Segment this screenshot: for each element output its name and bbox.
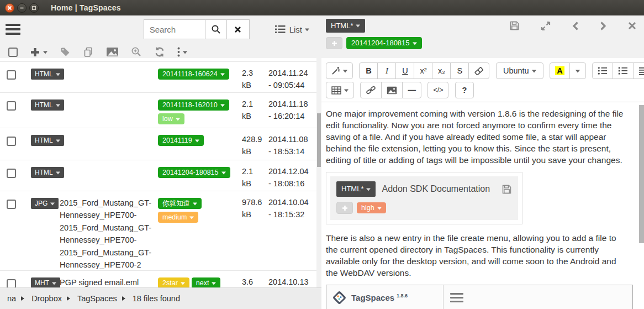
zoom-in-icon: [131, 46, 142, 57]
code-view-button[interactable]: </>: [427, 82, 448, 98]
close-file-button[interactable]: [628, 22, 636, 30]
row-checkbox[interactable]: [7, 166, 31, 191]
file-ext-badge[interactable]: HTML: [31, 135, 64, 146]
superscript-button[interactable]: x²: [414, 62, 432, 79]
refresh-button[interactable]: [154, 46, 165, 57]
row-checkbox[interactable]: [7, 67, 31, 92]
file-ext-badge[interactable]: MHT: [31, 277, 60, 287]
clear-search-button[interactable]: [226, 19, 250, 39]
chevron-down-icon: [212, 282, 216, 287]
search-button[interactable]: [205, 19, 227, 39]
previous-file-button[interactable]: [572, 21, 579, 31]
file-ext-badge[interactable]: HTML: [31, 167, 64, 178]
file-tag[interactable]: 2star: [158, 277, 189, 287]
breadcrumb-separator-icon: [21, 296, 27, 301]
window-minimize-button[interactable]: [17, 3, 27, 13]
italic-button[interactable]: I: [377, 62, 396, 79]
clear-formatting-button[interactable]: [468, 62, 489, 79]
search-input[interactable]: [144, 19, 205, 39]
add-tag-button[interactable]: [326, 37, 342, 49]
editor-scrollbar-thumb[interactable]: [639, 105, 644, 243]
breadcrumb-item[interactable]: na: [7, 294, 16, 303]
row-checkbox[interactable]: [7, 98, 31, 128]
insert-link-button[interactable]: [360, 82, 382, 98]
file-tag[interactable]: 20141118-162010: [158, 99, 229, 111]
horizontal-rule-button[interactable]: —: [402, 82, 421, 98]
breadcrumb-item[interactable]: Dropbox: [31, 294, 62, 303]
file-ext-badge[interactable]: HTML: [31, 99, 64, 111]
editor-content[interactable]: One major improvement coming with versio…: [321, 102, 644, 309]
chevron-down-icon: [343, 70, 347, 75]
font-family-dropdown[interactable]: Ubuntu: [496, 62, 543, 79]
file-tag[interactable]: next: [192, 277, 221, 287]
file-tag[interactable]: low: [158, 113, 184, 124]
view-mode-dropdown[interactable]: List: [275, 25, 309, 34]
file-tag[interactable]: 20141204-180815: [346, 37, 422, 49]
table-dropdown[interactable]: [326, 82, 354, 98]
file-row[interactable]: JPG 2015_Ford_Mustang_GT-Hennessey_HPE70…: [0, 191, 321, 270]
bullet-list-icon: [598, 66, 608, 75]
window-close-button[interactable]: [5, 3, 14, 13]
menu-hamburger-icon: [450, 293, 632, 303]
scrollbar-thumb[interactable]: [317, 113, 321, 167]
chevron-down-icon: [356, 25, 360, 30]
file-tag[interactable]: 20141119: [158, 135, 204, 146]
chevron-down-icon: [193, 202, 197, 207]
menu-hamburger-icon[interactable]: [6, 17, 20, 41]
file-title: PGP signed email.eml: [60, 276, 158, 287]
font-color-button[interactable]: A: [550, 62, 569, 79]
add-file-button[interactable]: [30, 47, 47, 57]
file-ext-badge[interactable]: HTML: [31, 69, 64, 80]
refresh-icon: [154, 46, 165, 57]
select-all-checkbox[interactable]: [8, 48, 18, 57]
open-file-ext-badge[interactable]: HTML*: [326, 19, 365, 33]
zoom-button[interactable]: [131, 46, 142, 57]
strikethrough-button[interactable]: S: [450, 62, 469, 79]
file-tag[interactable]: 20141204-180815: [158, 167, 230, 178]
file-ext-badge[interactable]: JPG: [31, 198, 59, 209]
list-view-icon: [275, 25, 286, 34]
chevron-down-icon: [413, 42, 417, 47]
row-checkbox[interactable]: [7, 276, 31, 287]
file-row[interactable]: MHT PGP signed email.eml 2star next 3.6k…: [0, 270, 321, 287]
breadcrumb: na Dropbox TagSpaces 18 files found: [0, 287, 321, 309]
ordered-list-button[interactable]: [613, 62, 634, 79]
row-checkbox[interactable]: [7, 197, 31, 270]
file-tag[interactable]: 你就知道: [158, 198, 202, 209]
file-row[interactable]: HTML 20141119 428.9kB 2014.11.08- 18:53:…: [0, 128, 321, 160]
file-size: 2.1kB: [242, 98, 268, 128]
file-tag[interactable]: 20141118-160624: [158, 69, 229, 80]
thumbnails-button[interactable]: [106, 47, 119, 57]
file-date: 2014.10.04- 18:15:32: [268, 197, 318, 270]
paragraph-align-dropdown[interactable]: [633, 62, 644, 79]
file-title: [60, 67, 158, 92]
help-button[interactable]: ?: [455, 82, 474, 98]
next-file-button[interactable]: [600, 21, 607, 31]
window-maximize-button[interactable]: [29, 3, 39, 13]
copy-button[interactable]: [83, 46, 94, 57]
eraser-icon: [474, 67, 484, 75]
style-magic-button[interactable]: [326, 62, 353, 79]
more-options-button[interactable]: [177, 47, 187, 57]
file-editor-panel: HTML*: [321, 15, 644, 309]
breadcrumb-item[interactable]: TagSpaces: [77, 294, 117, 303]
file-row[interactable]: HTML 20141118-160624 2.3kB 2014.11.24- 0…: [0, 61, 321, 92]
file-list-scrollbar[interactable]: [316, 58, 321, 287]
unordered-list-button[interactable]: [592, 62, 613, 79]
font-color-dropdown[interactable]: [569, 62, 586, 79]
document-paragraph: There is also a new entry in the file cr…: [326, 232, 630, 279]
bold-button[interactable]: B: [359, 62, 378, 79]
save-button[interactable]: [509, 20, 520, 31]
file-row[interactable]: HTML 20141204-180815 2.1kB 2014.12.04- 1…: [0, 160, 321, 191]
file-title: [60, 134, 158, 160]
file-tag[interactable]: medium: [158, 212, 198, 223]
underline-button[interactable]: U: [395, 62, 414, 79]
file-date: 2014.11.24- 09:05:44: [268, 67, 318, 92]
tag-button[interactable]: [60, 46, 71, 57]
file-row[interactable]: HTML 20141118-162010 low 2.1kB 2014.11.1…: [0, 92, 321, 128]
subscript-button[interactable]: x₂: [432, 62, 451, 79]
card-file-title: Addon SDK Documentation: [382, 183, 502, 195]
insert-image-button[interactable]: [381, 82, 403, 98]
row-checkbox[interactable]: [7, 134, 31, 160]
fullscreen-button[interactable]: [541, 21, 551, 31]
